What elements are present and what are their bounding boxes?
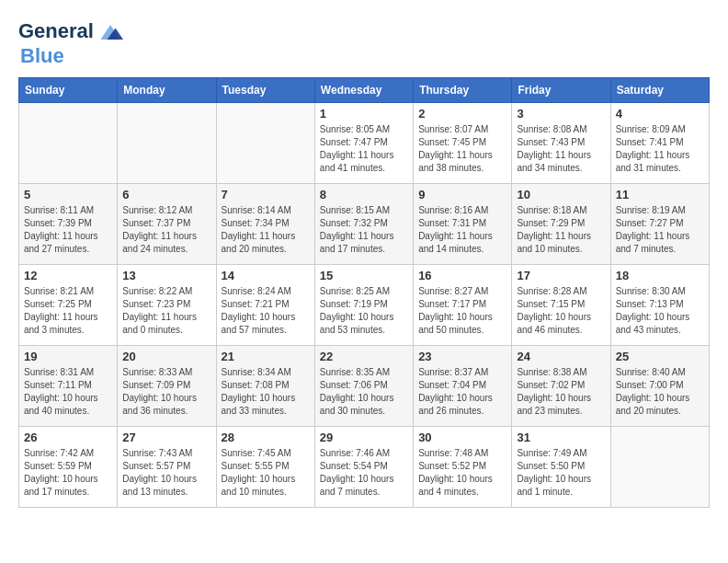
- day-number: 14: [222, 269, 310, 282]
- calendar-cell: 25Sunrise: 8:40 AM Sunset: 7:00 PM Dayli…: [610, 346, 709, 427]
- day-number: 13: [122, 269, 210, 282]
- calendar-cell: [19, 103, 118, 184]
- calendar-cell: 16Sunrise: 8:27 AM Sunset: 7:17 PM Dayli…: [414, 265, 512, 346]
- day-number: 31: [517, 431, 605, 444]
- calendar-week-1: 1Sunrise: 8:05 AM Sunset: 7:47 PM Daylig…: [19, 103, 710, 184]
- day-info: Sunrise: 8:14 AM Sunset: 7:34 PM Dayligh…: [222, 204, 310, 256]
- day-info: Sunrise: 8:21 AM Sunset: 7:25 PM Dayligh…: [24, 285, 112, 337]
- calendar-cell: 4Sunrise: 8:09 AM Sunset: 7:41 PM Daylig…: [610, 103, 709, 184]
- day-info: Sunrise: 8:07 AM Sunset: 7:45 PM Dayligh…: [418, 123, 506, 175]
- day-number: 10: [517, 188, 605, 201]
- calendar-cell: 24Sunrise: 8:38 AM Sunset: 7:02 PM Dayli…: [512, 346, 610, 427]
- day-info: Sunrise: 8:37 AM Sunset: 7:04 PM Dayligh…: [418, 366, 506, 418]
- day-info: Sunrise: 8:22 AM Sunset: 7:23 PM Dayligh…: [122, 285, 210, 337]
- day-number: 8: [320, 188, 408, 201]
- day-info: Sunrise: 8:30 AM Sunset: 7:13 PM Dayligh…: [616, 285, 704, 337]
- calendar-cell: 13Sunrise: 8:22 AM Sunset: 7:23 PM Dayli…: [118, 265, 216, 346]
- weekday-header-tuesday: Tuesday: [216, 78, 314, 103]
- calendar-cell: [216, 103, 314, 184]
- calendar-cell: [118, 103, 216, 184]
- day-number: 5: [24, 188, 112, 201]
- logo-text: General: [18, 20, 94, 42]
- day-info: Sunrise: 8:11 AM Sunset: 7:39 PM Dayligh…: [24, 204, 112, 256]
- day-info: Sunrise: 7:42 AM Sunset: 5:59 PM Dayligh…: [24, 447, 112, 499]
- calendar-cell: 31Sunrise: 7:49 AM Sunset: 5:50 PM Dayli…: [512, 427, 610, 508]
- day-number: 23: [418, 350, 506, 363]
- day-info: Sunrise: 8:31 AM Sunset: 7:11 PM Dayligh…: [24, 366, 112, 418]
- day-number: 19: [24, 350, 112, 363]
- day-info: Sunrise: 7:46 AM Sunset: 5:54 PM Dayligh…: [320, 447, 408, 499]
- calendar-cell: 19Sunrise: 8:31 AM Sunset: 7:11 PM Dayli…: [19, 346, 118, 427]
- day-number: 20: [122, 350, 210, 363]
- calendar-cell: 20Sunrise: 8:33 AM Sunset: 7:09 PM Dayli…: [118, 346, 216, 427]
- day-number: 29: [320, 431, 408, 444]
- calendar-cell: 12Sunrise: 8:21 AM Sunset: 7:25 PM Dayli…: [19, 265, 118, 346]
- calendar-cell: 18Sunrise: 8:30 AM Sunset: 7:13 PM Dayli…: [610, 265, 709, 346]
- day-info: Sunrise: 8:18 AM Sunset: 7:29 PM Dayligh…: [517, 204, 605, 256]
- calendar-cell: 7Sunrise: 8:14 AM Sunset: 7:34 PM Daylig…: [216, 184, 314, 265]
- calendar-cell: 2Sunrise: 8:07 AM Sunset: 7:45 PM Daylig…: [414, 103, 512, 184]
- day-info: Sunrise: 7:43 AM Sunset: 5:57 PM Dayligh…: [122, 447, 210, 499]
- calendar-cell: 11Sunrise: 8:19 AM Sunset: 7:27 PM Dayli…: [610, 184, 709, 265]
- logo-icon: [97, 18, 123, 44]
- day-info: Sunrise: 8:05 AM Sunset: 7:47 PM Dayligh…: [320, 123, 408, 175]
- weekday-header-thursday: Thursday: [414, 78, 512, 103]
- logo-blue: Blue: [20, 44, 123, 68]
- day-info: Sunrise: 8:12 AM Sunset: 7:37 PM Dayligh…: [122, 204, 210, 256]
- day-number: 18: [616, 269, 704, 282]
- calendar-cell: 17Sunrise: 8:28 AM Sunset: 7:15 PM Dayli…: [512, 265, 610, 346]
- calendar-cell: 21Sunrise: 8:34 AM Sunset: 7:08 PM Dayli…: [216, 346, 314, 427]
- day-number: 21: [222, 350, 310, 363]
- calendar-cell: 1Sunrise: 8:05 AM Sunset: 7:47 PM Daylig…: [314, 103, 413, 184]
- calendar-cell: 14Sunrise: 8:24 AM Sunset: 7:21 PM Dayli…: [216, 265, 314, 346]
- calendar-cell: 26Sunrise: 7:42 AM Sunset: 5:59 PM Dayli…: [19, 427, 118, 508]
- calendar-cell: 29Sunrise: 7:46 AM Sunset: 5:54 PM Dayli…: [314, 427, 413, 508]
- calendar-week-4: 19Sunrise: 8:31 AM Sunset: 7:11 PM Dayli…: [19, 346, 710, 427]
- day-number: 15: [320, 269, 408, 282]
- day-info: Sunrise: 8:15 AM Sunset: 7:32 PM Dayligh…: [320, 204, 408, 256]
- day-number: 26: [24, 431, 112, 444]
- calendar-cell: 5Sunrise: 8:11 AM Sunset: 7:39 PM Daylig…: [19, 184, 118, 265]
- calendar-cell: 27Sunrise: 7:43 AM Sunset: 5:57 PM Dayli…: [118, 427, 216, 508]
- weekday-header-sunday: Sunday: [19, 78, 118, 103]
- day-number: 17: [517, 269, 605, 282]
- calendar-week-3: 12Sunrise: 8:21 AM Sunset: 7:25 PM Dayli…: [19, 265, 710, 346]
- logo: General Blue: [18, 18, 123, 68]
- weekday-header-friday: Friday: [512, 78, 610, 103]
- day-info: Sunrise: 7:49 AM Sunset: 5:50 PM Dayligh…: [517, 447, 605, 499]
- weekday-header-monday: Monday: [118, 78, 216, 103]
- calendar-cell: 22Sunrise: 8:35 AM Sunset: 7:06 PM Dayli…: [314, 346, 413, 427]
- day-number: 1: [320, 107, 408, 121]
- weekday-header-wednesday: Wednesday: [314, 78, 413, 103]
- calendar-cell: 3Sunrise: 8:08 AM Sunset: 7:43 PM Daylig…: [512, 103, 610, 184]
- day-number: 24: [517, 350, 605, 363]
- day-info: Sunrise: 7:45 AM Sunset: 5:55 PM Dayligh…: [222, 447, 310, 499]
- day-info: Sunrise: 8:35 AM Sunset: 7:06 PM Dayligh…: [320, 366, 408, 418]
- day-info: Sunrise: 8:16 AM Sunset: 7:31 PM Dayligh…: [418, 204, 506, 256]
- day-info: Sunrise: 8:24 AM Sunset: 7:21 PM Dayligh…: [222, 285, 310, 337]
- day-number: 12: [24, 269, 112, 282]
- day-info: Sunrise: 8:38 AM Sunset: 7:02 PM Dayligh…: [517, 366, 605, 418]
- day-number: 9: [418, 188, 506, 201]
- calendar-cell: [610, 427, 709, 508]
- day-info: Sunrise: 8:28 AM Sunset: 7:15 PM Dayligh…: [517, 285, 605, 337]
- day-number: 4: [616, 107, 704, 121]
- day-info: Sunrise: 8:08 AM Sunset: 7:43 PM Dayligh…: [517, 123, 605, 175]
- calendar-cell: 6Sunrise: 8:12 AM Sunset: 7:37 PM Daylig…: [118, 184, 216, 265]
- calendar-cell: 28Sunrise: 7:45 AM Sunset: 5:55 PM Dayli…: [216, 427, 314, 508]
- day-info: Sunrise: 8:09 AM Sunset: 7:41 PM Dayligh…: [616, 123, 704, 175]
- calendar-week-5: 26Sunrise: 7:42 AM Sunset: 5:59 PM Dayli…: [19, 427, 710, 508]
- day-number: 11: [616, 188, 704, 201]
- calendar-cell: 23Sunrise: 8:37 AM Sunset: 7:04 PM Dayli…: [414, 346, 512, 427]
- page-header: General Blue: [18, 18, 710, 68]
- day-number: 16: [418, 269, 506, 282]
- day-number: 22: [320, 350, 408, 363]
- day-number: 27: [122, 431, 210, 444]
- day-info: Sunrise: 8:33 AM Sunset: 7:09 PM Dayligh…: [122, 366, 210, 418]
- day-info: Sunrise: 8:34 AM Sunset: 7:08 PM Dayligh…: [222, 366, 310, 418]
- day-number: 25: [616, 350, 704, 363]
- day-number: 7: [222, 188, 310, 201]
- calendar-cell: 15Sunrise: 8:25 AM Sunset: 7:19 PM Dayli…: [314, 265, 413, 346]
- day-number: 3: [517, 107, 605, 121]
- calendar-week-2: 5Sunrise: 8:11 AM Sunset: 7:39 PM Daylig…: [19, 184, 710, 265]
